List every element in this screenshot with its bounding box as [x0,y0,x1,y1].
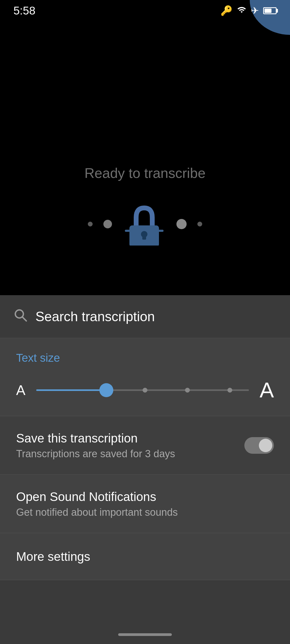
main-area: Ready to transcribe [0,0,290,311]
more-settings-title: More settings [16,549,274,564]
status-time: 5:58 [13,4,35,17]
save-toggle[interactable] [244,437,274,454]
small-a-label: A [16,382,26,398]
dot-2 [103,220,112,228]
search-bar[interactable]: Search transcription [0,295,290,338]
slider-thumb [99,383,113,397]
sound-notifications-title: Open Sound Notifications [16,489,274,504]
save-transcription-row[interactable]: Save this transcription Transcriptions a… [0,416,290,475]
status-bar: 5:58 🔑 ✈ [0,0,290,21]
slider-tick-3 [227,388,232,393]
more-settings-row[interactable]: More settings [0,533,290,580]
dot-3 [176,219,187,229]
slider-row: A A [16,378,274,402]
ready-text: Ready to transcribe [85,165,206,181]
airplane-icon: ✈ [251,5,259,16]
save-transcription-title: Save this transcription [16,431,234,445]
slider-fill [36,389,106,391]
lock-icon [123,203,166,246]
search-input[interactable]: Search transcription [35,309,155,324]
dot-4 [197,222,202,226]
sound-notifications-row[interactable]: Open Sound Notifications Get notified ab… [0,475,290,533]
toggle-thumb [259,439,272,452]
key-icon: 🔑 [220,5,233,16]
save-transcription-subtitle: Transcriptions are saved for 3 days [16,448,234,460]
slider-tick-1 [143,388,147,393]
text-size-label: Text size [16,352,274,364]
save-transcription-text: Save this transcription Transcriptions a… [16,431,234,460]
text-size-slider[interactable] [36,389,249,391]
svg-rect-2 [142,234,146,240]
bottom-sheet: Search transcription Text size A A Save … [0,295,290,644]
svg-line-6 [22,317,26,321]
battery-icon [263,7,277,14]
sound-notifications-text: Open Sound Notifications Get notified ab… [16,489,274,518]
slider-tick-2 [185,388,190,393]
wifi-icon [237,5,247,17]
bottom-nav-indicator [118,633,172,636]
status-icons: 🔑 ✈ [220,5,277,17]
text-size-section: Text size A A [0,338,290,416]
search-icon [13,308,27,325]
lock-area [88,203,202,246]
sound-notifications-subtitle: Get notified about important sounds [16,507,274,518]
dot-1 [88,222,93,226]
large-a-label: A [260,378,274,402]
